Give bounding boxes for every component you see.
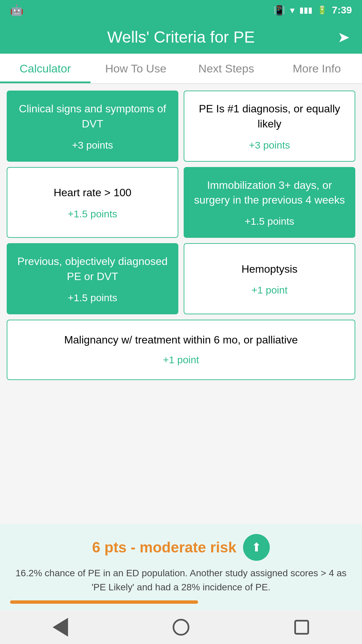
app-header: Wells' Criteria for PE ➤ xyxy=(0,20,362,54)
dvt-signs-label: Clinical signs and symptoms of DVT xyxy=(15,101,170,131)
criterion-previous-pe-dvt[interactable]: Previous, objectively diagnosed PE or DV… xyxy=(7,243,178,314)
immobilization-label: Immobilization 3+ days, or surgery in th… xyxy=(192,178,347,208)
previous-pe-dvt-label: Previous, objectively diagnosed PE or DV… xyxy=(15,254,170,284)
tab-calculator[interactable]: Calculator xyxy=(0,54,90,83)
heart-rate-label: Heart rate > 100 xyxy=(54,185,131,200)
nav-back-button[interactable] xyxy=(47,614,74,641)
back-icon xyxy=(53,618,68,637)
malignancy-points: +1 point xyxy=(163,354,199,366)
recents-icon xyxy=(294,620,309,635)
tab-bar: Calculator How To Use Next Steps More In… xyxy=(0,54,362,84)
hemoptysis-points: +1 point xyxy=(251,284,288,296)
upload-icon: ⬆ xyxy=(251,540,261,554)
status-bar-left: 🤖 xyxy=(10,4,23,16)
criteria-row-1: Clinical signs and symptoms of DVT +3 po… xyxy=(7,91,355,162)
status-bar: 🤖 📳 ▾ ▮▮▮ 🔋 7:39 xyxy=(0,0,362,20)
main-content: Clinical signs and symptoms of DVT +3 po… xyxy=(0,84,362,524)
immobilization-points: +1.5 points xyxy=(245,216,294,227)
upload-button[interactable]: ⬆ xyxy=(243,534,270,561)
hemoptysis-label: Hemoptysis xyxy=(241,262,297,277)
android-icon: 🤖 xyxy=(10,4,23,16)
app-title: Wells' Criteria for PE xyxy=(107,28,255,46)
nav-recents-button[interactable] xyxy=(288,614,315,641)
pe-diagnosis-points: +3 points xyxy=(249,140,290,151)
pe-diagnosis-label: PE Is #1 diagnosis, or equally likely xyxy=(192,101,347,131)
previous-pe-dvt-points: +1.5 points xyxy=(68,292,117,304)
malignancy-label: Malignancy w/ treatment within 6 mo, or … xyxy=(64,334,298,346)
result-score: 6 pts - moderate risk xyxy=(92,539,236,556)
criterion-hemoptysis[interactable]: Hemoptysis +1 point xyxy=(184,243,355,314)
criteria-row-2: Heart rate > 100 +1.5 points Immobilizat… xyxy=(7,167,355,238)
status-bar-right: 📳 ▾ ▮▮▮ 🔋 7:39 xyxy=(274,4,352,16)
tab-next-steps[interactable]: Next Steps xyxy=(181,54,272,83)
tab-more-info[interactable]: More Info xyxy=(272,54,362,83)
criterion-dvt-signs[interactable]: Clinical signs and symptoms of DVT +3 po… xyxy=(7,91,178,162)
criterion-heart-rate[interactable]: Heart rate > 100 +1.5 points xyxy=(7,167,178,238)
progress-bar-container xyxy=(10,600,352,604)
progress-bar xyxy=(10,600,198,604)
result-section: 6 pts - moderate risk ⬆ 16.2% chance of … xyxy=(0,524,362,610)
time-display: 7:39 xyxy=(332,4,352,16)
tab-how-to-use[interactable]: How To Use xyxy=(90,54,181,83)
criterion-malignancy[interactable]: Malignancy w/ treatment within 6 mo, or … xyxy=(7,320,355,380)
result-description: 16.2% chance of PE in an ED population. … xyxy=(10,566,352,594)
signal-bars: ▮▮▮ xyxy=(299,5,312,15)
nav-home-button[interactable] xyxy=(168,614,194,641)
vibrate-icon: 📳 xyxy=(274,5,285,16)
share-icon[interactable]: ➤ xyxy=(338,29,350,46)
nav-bar xyxy=(0,610,362,644)
criterion-pe-diagnosis[interactable]: PE Is #1 diagnosis, or equally likely +3… xyxy=(184,91,355,162)
dvt-signs-points: +3 points xyxy=(72,140,113,151)
criterion-immobilization[interactable]: Immobilization 3+ days, or surgery in th… xyxy=(184,167,355,238)
heart-rate-points: +1.5 points xyxy=(68,208,117,220)
wifi-icon: ▾ xyxy=(290,5,295,16)
battery-icon: 🔋 xyxy=(317,5,327,15)
home-icon xyxy=(173,619,189,636)
result-row: 6 pts - moderate risk ⬆ xyxy=(10,534,352,561)
criteria-row-3: Previous, objectively diagnosed PE or DV… xyxy=(7,243,355,314)
